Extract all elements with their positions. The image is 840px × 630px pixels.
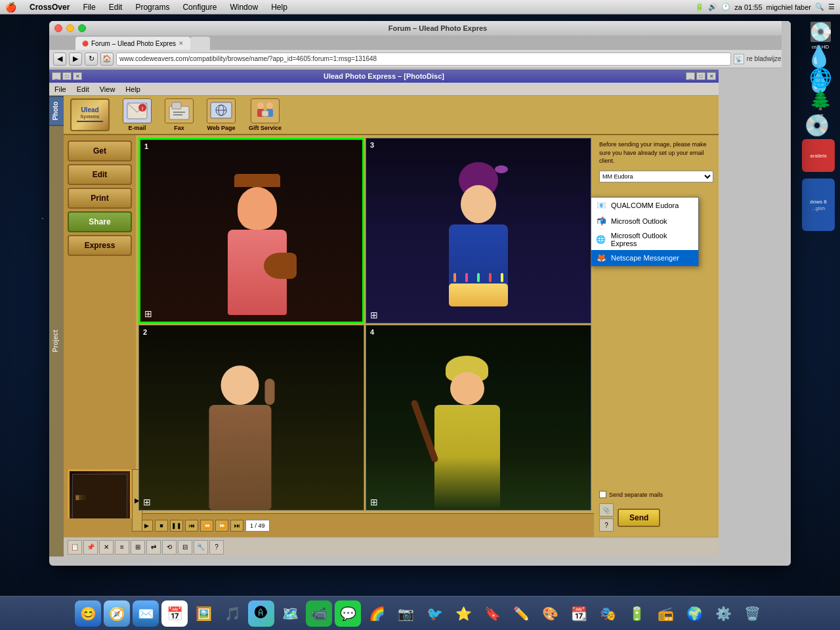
url-bar[interactable]: www.codeweavers.com/compatibility/browse… bbox=[116, 52, 731, 66]
email-client-dropdown[interactable]: MM Eudora Microsoft Outlook Microsoft Ou… bbox=[599, 171, 713, 182]
nav-print[interactable]: Print bbox=[68, 188, 132, 209]
photo-cell-3[interactable]: 3 bbox=[366, 138, 591, 324]
menu-eudora[interactable]: 📧 QUALCOMM Eudora bbox=[591, 198, 698, 213]
bt-move[interactable]: ⇄ bbox=[146, 540, 161, 555]
dock-finder[interactable]: 😊 bbox=[75, 600, 101, 627]
ulead-minimize[interactable]: _ bbox=[52, 72, 61, 80]
menu-edit[interactable]: Edit bbox=[106, 1, 125, 13]
attach-btn[interactable]: 📎 bbox=[599, 503, 614, 516]
next-btn[interactable]: ⏩ bbox=[215, 520, 228, 532]
dock-misc2[interactable]: 🔖 bbox=[479, 600, 505, 627]
maximize-button[interactable] bbox=[78, 24, 86, 32]
forward-button[interactable]: ▶ bbox=[69, 52, 82, 66]
scrollbar[interactable] bbox=[782, 21, 791, 566]
dock-prefs[interactable]: ⚙️ bbox=[710, 600, 736, 627]
ulead-menu-edit[interactable]: Edit bbox=[74, 84, 92, 94]
dock-chrome[interactable]: 🌈 bbox=[364, 600, 390, 627]
minimize-button[interactable] bbox=[66, 24, 74, 32]
menu-crossover[interactable]: CrossOver bbox=[27, 1, 72, 13]
menu-configure[interactable]: Configure bbox=[180, 1, 219, 13]
tab-project[interactable]: Project bbox=[49, 125, 64, 556]
ulead-menu-file[interactable]: File bbox=[52, 84, 69, 94]
tab-forum[interactable]: 🔴 Forum – Ulead Photo Expres ✕ bbox=[75, 37, 190, 50]
nav-get[interactable]: Get bbox=[68, 140, 132, 161]
apple-menu[interactable]: 🍎 bbox=[5, 2, 16, 12]
ulead-restore[interactable]: □ bbox=[62, 72, 72, 80]
menu-outlook-express[interactable]: 🌐 Microsoft Outlook Express bbox=[591, 229, 698, 250]
dock-misc3[interactable]: ✏️ bbox=[508, 600, 534, 627]
tab-close-icon[interactable]: ✕ bbox=[178, 40, 184, 47]
rss-button[interactable]: 📡 bbox=[734, 54, 744, 64]
bt-list[interactable]: ≡ bbox=[115, 540, 129, 555]
dock-misc4[interactable]: 🎨 bbox=[537, 600, 563, 627]
dock-trash[interactable]: 🗑️ bbox=[739, 600, 765, 627]
menu-window[interactable]: Window bbox=[227, 1, 261, 13]
send-separate-checkbox[interactable] bbox=[599, 491, 606, 498]
ulead-winclose[interactable]: ✕ bbox=[707, 72, 716, 80]
dock-misc1[interactable]: ⭐ bbox=[450, 600, 476, 627]
dock-misc5[interactable]: 📆 bbox=[566, 600, 592, 627]
desktop-hd-icon[interactable]: 💿 bbox=[804, 113, 830, 138]
nav-edit[interactable]: Edit bbox=[68, 164, 132, 185]
toolbar-gift[interactable]: Gift Service bbox=[249, 98, 282, 131]
dock-misc8[interactable]: 📻 bbox=[652, 600, 679, 627]
photo-cell-2[interactable]: 2 bbox=[138, 325, 364, 511]
bt-copy[interactable]: 📋 bbox=[68, 540, 82, 555]
tab-photo[interactable]: Photo bbox=[49, 96, 64, 125]
close-button[interactable] bbox=[54, 24, 62, 32]
ulead-winmax[interactable]: □ bbox=[696, 72, 705, 80]
stop-btn[interactable]: ■ bbox=[155, 520, 168, 532]
toolbar-email[interactable]: ! E-mail bbox=[123, 98, 152, 131]
next-all-btn[interactable]: ⏭ bbox=[230, 520, 243, 532]
dock-misc7[interactable]: 🔋 bbox=[623, 600, 650, 627]
bt-delete[interactable]: ✕ bbox=[99, 540, 114, 555]
refresh-button[interactable]: ↻ bbox=[85, 52, 98, 66]
prev-btn[interactable]: ⏪ bbox=[200, 520, 213, 532]
ulead-winmin[interactable]: _ bbox=[686, 72, 695, 80]
back-button[interactable]: ◀ bbox=[53, 52, 66, 66]
parallels-icon[interactable]: arallels bbox=[802, 139, 835, 172]
menu-netscape[interactable]: 🦊 Netscape Messenger bbox=[591, 250, 698, 266]
network-icon[interactable]: 🌐 bbox=[809, 67, 832, 89]
photo-cell-4[interactable]: 4 bbox=[366, 325, 591, 511]
pause-btn[interactable]: ❚❚ bbox=[170, 520, 183, 532]
dock-instagram[interactable]: 📷 bbox=[392, 600, 419, 627]
ulead-menu-view[interactable]: View bbox=[97, 84, 118, 94]
toolbar-fax[interactable]: Fax bbox=[165, 98, 194, 131]
help-btn[interactable]: ? bbox=[599, 518, 614, 532]
bt-grid[interactable]: ⊞ bbox=[131, 540, 145, 555]
prev-all-btn[interactable]: ⏮ bbox=[185, 520, 198, 532]
dock-appstore[interactable]: 🅐 bbox=[248, 600, 274, 627]
dock-itunes[interactable]: 🎵 bbox=[219, 600, 245, 627]
menu-programs[interactable]: Programs bbox=[133, 1, 172, 13]
bt-tools[interactable]: 🔧 bbox=[194, 540, 208, 555]
dock-photos[interactable]: 🖼️ bbox=[190, 600, 217, 627]
dock-facetime[interactable]: 📹 bbox=[306, 600, 332, 627]
home-button[interactable]: 🏠 bbox=[100, 52, 114, 66]
dock-maps[interactable]: 🗺️ bbox=[277, 600, 303, 627]
dock-mail[interactable]: ✉️ bbox=[133, 600, 159, 627]
ulead-menu-help[interactable]: Help bbox=[123, 84, 143, 94]
ulead-close[interactable]: ✕ bbox=[73, 72, 82, 80]
bookmarks-button[interactable]: re bladwijzers bbox=[747, 55, 787, 62]
bt-transform[interactable]: ⟲ bbox=[162, 540, 177, 555]
dock-misc9[interactable]: 🌍 bbox=[681, 600, 707, 627]
toolbar-webpage[interactable]: Web Page bbox=[207, 98, 236, 131]
send-button[interactable]: Send bbox=[618, 509, 660, 527]
dock-safari[interactable]: 🧭 bbox=[104, 600, 130, 627]
dock-imessage[interactable]: 💬 bbox=[335, 600, 361, 627]
windows8-icon[interactable]: dows 8 ...glish bbox=[802, 178, 835, 231]
bt-arrange[interactable]: ⊟ bbox=[178, 540, 192, 555]
bt-question[interactable]: ? bbox=[209, 540, 224, 555]
nav-share[interactable]: Share bbox=[68, 211, 132, 232]
photo-cell-1[interactable]: 1 bbox=[138, 138, 364, 324]
menu-outlook[interactable]: 📬 Microsoft Outlook bbox=[591, 213, 698, 229]
nav-express[interactable]: Express bbox=[68, 235, 132, 256]
bt-paste[interactable]: 📌 bbox=[83, 540, 98, 555]
menu-file[interactable]: File bbox=[80, 1, 98, 13]
tab-empty[interactable] bbox=[190, 37, 210, 50]
menu-help[interactable]: Help bbox=[268, 1, 290, 13]
dock-calendar[interactable]: 📅 bbox=[161, 600, 188, 627]
dock-misc6[interactable]: 🎭 bbox=[595, 600, 621, 627]
dock-twitter[interactable]: 🐦 bbox=[421, 600, 448, 627]
